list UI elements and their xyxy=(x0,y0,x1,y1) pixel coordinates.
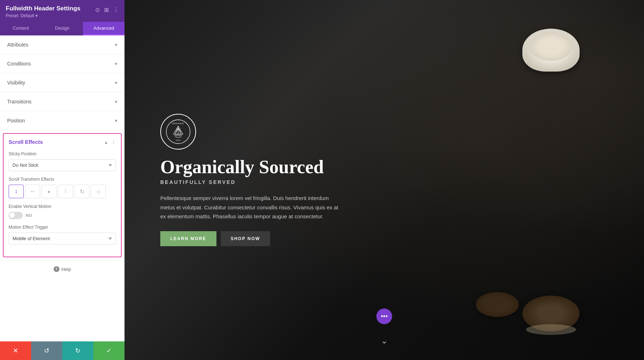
attributes-chevron: ▾ xyxy=(115,42,117,48)
conditions-label: Conditions xyxy=(7,61,31,67)
settings-icon[interactable]: ⊙ xyxy=(95,6,100,13)
tea-pile-2-decoration xyxy=(522,296,580,331)
panel-content: Attributes ▾ Conditions ▾ Visibility ▾ T… xyxy=(0,35,125,341)
position-chevron: ▾ xyxy=(115,118,117,123)
scroll-effects-header: Scroll Effects ▴ ⋮ xyxy=(9,139,116,145)
accordion-conditions-header[interactable]: Conditions ▾ xyxy=(0,54,125,73)
accordion-transitions-header[interactable]: Transitions ▾ xyxy=(0,92,125,111)
transform-fade-btn[interactable]: ● xyxy=(42,185,57,198)
motion-trigger-label: Motion Effect Trigger xyxy=(9,225,116,230)
redo-button[interactable]: ↻ xyxy=(62,341,93,360)
horizontal-icon: ↔ xyxy=(30,188,35,195)
redo-icon: ↻ xyxy=(75,347,80,355)
svg-line-8 xyxy=(175,129,178,132)
preview-panel: ORGANIC TEA xyxy=(125,0,644,360)
accordion-visibility: Visibility ▾ xyxy=(0,73,125,92)
settings-panel: Fullwidth Header Settings Preset: Defaul… xyxy=(0,0,125,360)
preview-content: ORGANIC TEA xyxy=(160,114,339,246)
accordion-attributes: Attributes ▾ xyxy=(0,35,125,54)
logo-circle: ORGANIC TEA xyxy=(160,114,196,150)
tab-content[interactable]: Content xyxy=(0,22,42,35)
svg-text:TEA: TEA xyxy=(176,139,181,141)
scroll-effects-more-icon[interactable]: ⋮ xyxy=(111,139,116,145)
sticky-position-field: Sticky Position Do Not Stick Top of Page… xyxy=(9,151,116,171)
toggle-row: NO xyxy=(9,212,116,219)
vertical-icon: ↕ xyxy=(15,188,18,195)
help-link[interactable]: ? Help xyxy=(6,266,119,272)
transform-vertical-btn[interactable]: ↕ xyxy=(9,185,24,198)
logo-svg: ORGANIC TEA xyxy=(166,119,191,144)
accordion-attributes-header[interactable]: Attributes ▾ xyxy=(0,35,125,54)
undo-button[interactable]: ↺ xyxy=(31,341,62,360)
accordion-position: Position ▾ xyxy=(0,111,125,130)
sticky-position-select[interactable]: Do Not Stick Top of Page Bottom of Page xyxy=(9,159,116,171)
cancel-icon: ✕ xyxy=(13,347,18,355)
dots-icon: ••• xyxy=(381,313,388,320)
preview-body: Pellentesque semper viverra lorem vel fr… xyxy=(160,194,339,221)
svg-text:ORGANIC: ORGANIC xyxy=(172,122,185,125)
transform-rotate-btn[interactable]: ↻ xyxy=(74,185,89,198)
scroll-effects-title: Scroll Effects xyxy=(9,139,43,145)
help-label: Help xyxy=(62,267,71,272)
learn-more-button[interactable]: LEARN MORE xyxy=(160,231,216,246)
scroll-transform-label: Scroll Transform Effects xyxy=(9,177,116,182)
preview-subtitle: BEAUTIFULLY SERVED xyxy=(160,179,339,185)
save-icon: ✓ xyxy=(106,347,112,355)
panel-title: Fullwidth Header Settings xyxy=(6,5,80,12)
transitions-label: Transitions xyxy=(7,99,31,104)
preview-buttons: LEARN MORE SHOP NOW xyxy=(160,231,339,246)
scroll-effects-section: Scroll Effects ▴ ⋮ Sticky Position Do No… xyxy=(3,133,122,257)
chevron-down-icon: ⌄ xyxy=(381,336,388,345)
scroll-transform-field: Scroll Transform Effects ↕ ↔ ● ⌇ xyxy=(9,177,116,198)
fade-icon: ● xyxy=(48,189,50,194)
transform-blur-btn[interactable]: ⌇ xyxy=(58,185,73,198)
sticky-position-label: Sticky Position xyxy=(9,151,116,156)
accordion-visibility-header[interactable]: Visibility ▾ xyxy=(0,73,125,92)
panel-tabs: Content Design Advanced xyxy=(0,22,125,35)
columns-icon[interactable]: ⊞ xyxy=(104,6,109,13)
svg-line-9 xyxy=(178,129,181,132)
more-icon[interactable]: ⋮ xyxy=(113,6,119,13)
panel-preset[interactable]: Preset: Default ▾ xyxy=(6,13,80,18)
accordion-position-header[interactable]: Position ▾ xyxy=(0,111,125,130)
transform-icons-row: ↕ ↔ ● ⌇ ↻ ◇ xyxy=(9,185,116,198)
vertical-motion-state: NO xyxy=(26,213,32,218)
vertical-motion-label: Enable Vertical Motion xyxy=(9,204,116,209)
save-button[interactable]: ✓ xyxy=(93,341,125,360)
vertical-motion-toggle[interactable] xyxy=(9,212,23,219)
motion-trigger-field: Motion Effect Trigger Middle of Element … xyxy=(9,225,116,244)
transform-scale-btn[interactable]: ◇ xyxy=(91,185,106,198)
transitions-chevron: ▾ xyxy=(115,99,117,104)
panel-header: Fullwidth Header Settings Preset: Defaul… xyxy=(0,0,125,22)
scale-icon: ◇ xyxy=(97,189,100,194)
motion-trigger-select[interactable]: Middle of Element Top of Element Bottom … xyxy=(9,233,116,244)
rotate-icon: ↻ xyxy=(80,188,84,195)
tab-design[interactable]: Design xyxy=(42,22,83,35)
scroll-down-arrow[interactable]: ⌄ xyxy=(381,336,388,346)
undo-icon: ↺ xyxy=(44,347,49,355)
conditions-chevron: ▾ xyxy=(115,61,117,67)
vertical-motion-field: Enable Vertical Motion NO xyxy=(9,204,116,219)
floating-menu-button[interactable]: ••• xyxy=(376,308,392,324)
tab-advanced[interactable]: Advanced xyxy=(83,22,125,35)
blur-icon: ⌇ xyxy=(64,188,67,195)
visibility-label: Visibility xyxy=(7,80,25,86)
visibility-chevron: ▾ xyxy=(115,80,117,86)
cancel-button[interactable]: ✕ xyxy=(0,341,31,360)
preview-title: Organically Sourced xyxy=(160,157,339,177)
panel-help: ? Help xyxy=(0,260,125,278)
position-label: Position xyxy=(7,118,25,123)
preview-background: ORGANIC TEA xyxy=(125,0,644,360)
transform-horizontal-btn[interactable]: ↔ xyxy=(25,185,40,198)
scroll-effects-collapse-icon[interactable]: ▴ xyxy=(105,139,107,145)
accordion-conditions: Conditions ▾ xyxy=(0,54,125,73)
tea-pile-1-decoration xyxy=(476,292,519,317)
tea-bowl-decoration xyxy=(522,29,580,72)
panel-toolbar: ✕ ↺ ↻ ✓ xyxy=(0,341,125,360)
attributes-label: Attributes xyxy=(7,42,28,48)
panel-header-left: Fullwidth Header Settings Preset: Defaul… xyxy=(6,5,80,18)
help-icon: ? xyxy=(54,266,59,272)
accordion-transitions: Transitions ▾ xyxy=(0,92,125,111)
scroll-effects-header-icons: ▴ ⋮ xyxy=(105,139,116,145)
shop-now-button[interactable]: SHOP NOW xyxy=(221,231,270,246)
